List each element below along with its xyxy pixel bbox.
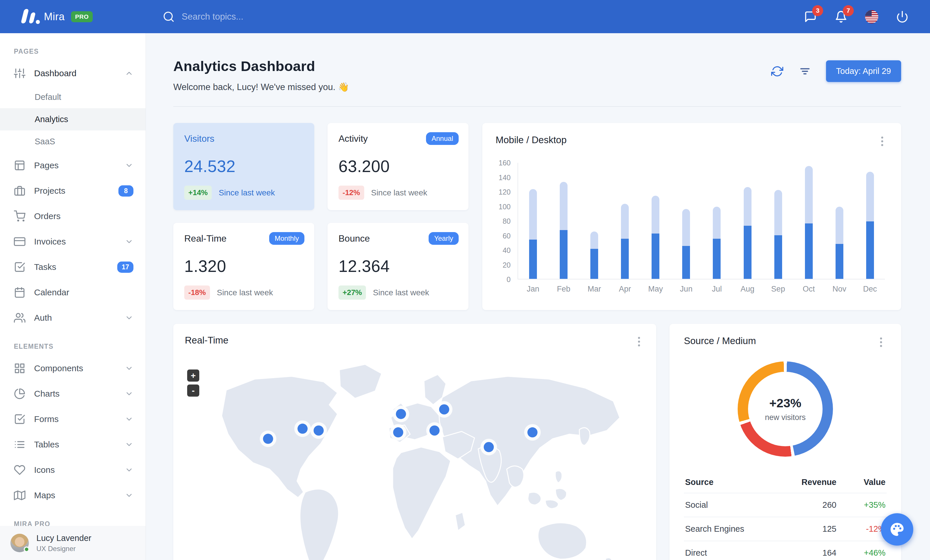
sidebar-item-label: Projects — [34, 186, 65, 196]
stat-card-caption: Since last week — [219, 188, 275, 198]
map-marker-istanbul[interactable] — [430, 425, 440, 436]
map-menu-button[interactable] — [633, 335, 645, 348]
map-marker-delhi[interactable] — [484, 442, 494, 452]
sidebar-item-analytics[interactable]: Analytics — [0, 108, 146, 130]
world-map-svg — [185, 353, 645, 560]
shopping-cart-icon — [14, 210, 25, 222]
power-icon — [896, 11, 908, 23]
bar-dec: Dec — [866, 163, 874, 279]
navbar-actions: 3 7 — [803, 9, 930, 24]
sidebar-user-footer[interactable]: Lucy Lavender UX Designer — [0, 526, 146, 560]
stat-card-footer: -18%Since last week — [184, 285, 303, 300]
chart-menu-button[interactable] — [876, 135, 888, 148]
sidebar-item-forms[interactable]: Forms — [0, 407, 146, 432]
sidebar-item-calendar[interactable]: Calendar — [0, 280, 146, 305]
mobile-segment — [621, 239, 629, 279]
map-marker-san-francisco[interactable] — [263, 434, 273, 444]
mobile-segment — [774, 235, 782, 279]
filter-button[interactable] — [798, 64, 811, 78]
x-tick-label: Aug — [741, 285, 754, 293]
sidebar-item-components[interactable]: Components — [0, 356, 146, 381]
stat-card-value: 63.200 — [339, 157, 457, 176]
stat-card-value: 12.364 — [339, 256, 457, 276]
continent-shape — [545, 500, 558, 509]
refresh-button[interactable] — [771, 64, 784, 78]
bar-jun: Jun — [682, 163, 690, 279]
map-marker-madrid[interactable] — [393, 427, 403, 437]
stat-card-delta: +27% — [339, 285, 366, 300]
desktop-segment — [682, 209, 690, 246]
credit-card-icon — [14, 236, 25, 247]
sidebar-item-label: Tables — [34, 440, 59, 450]
chevron-down-icon — [125, 440, 134, 449]
brand-name: Mira — [44, 11, 65, 23]
check-square-icon — [14, 261, 25, 273]
value-cell: -12% — [836, 524, 885, 534]
source-menu-button[interactable] — [875, 335, 887, 349]
global-search — [163, 11, 343, 23]
desktop-segment — [774, 190, 782, 235]
map-marker-london[interactable] — [396, 409, 406, 419]
map-marker-chicago[interactable] — [297, 424, 308, 434]
sidebar-item-icons[interactable]: Icons — [0, 457, 146, 483]
chart-title: Mobile / Desktop — [496, 135, 567, 146]
y-tick-label: 40 — [502, 246, 518, 255]
sidebar-item-projects[interactable]: Projects8 — [0, 178, 146, 204]
messages-button[interactable]: 3 — [803, 9, 818, 24]
column-header: Value — [836, 477, 885, 487]
y-tick-label: 160 — [499, 159, 518, 167]
map-zoom-out-button[interactable]: - — [187, 385, 199, 397]
bar-sep: Sep — [774, 163, 782, 279]
sidebar-item-label: Calendar — [34, 287, 69, 297]
world-map: + - — [185, 353, 645, 560]
sidebar-item-dashboard[interactable]: Dashboard — [0, 61, 146, 86]
revenue-cell: 260 — [776, 500, 836, 510]
map-zoom-in-button[interactable]: + — [187, 370, 199, 382]
x-tick-label: Sep — [771, 285, 785, 293]
map-marker-moscow[interactable] — [439, 404, 449, 414]
page-header: Analytics Dashboard Welcome back, Lucy! … — [173, 58, 901, 92]
pro-badge: PRO — [71, 11, 93, 22]
map-marker-new-york[interactable] — [314, 425, 324, 436]
sidebar-item-auth[interactable]: Auth — [0, 305, 146, 330]
stat-card-footer: +14%Since last week — [184, 186, 303, 200]
search-input[interactable] — [182, 12, 343, 22]
sidebar-item-tasks[interactable]: Tasks17 — [0, 254, 146, 280]
mobile-segment — [713, 239, 721, 279]
sidebar-item-label: Forms — [34, 414, 59, 424]
donut-chart: +23% new visitors — [738, 361, 833, 457]
y-tick-label: 60 — [502, 232, 518, 240]
map-marker-beijing[interactable] — [527, 427, 537, 437]
stat-card-period-badge: Annual — [426, 132, 459, 145]
sidebar-item-tables[interactable]: Tables — [0, 432, 146, 457]
stat-card-footer: +27%Since last week — [339, 285, 457, 300]
continent-shape — [556, 488, 567, 500]
sidebar-item-label: Maps — [34, 491, 55, 500]
sidebar-item-default[interactable]: Default — [0, 86, 146, 108]
sidebar-item-charts[interactable]: Charts — [0, 381, 146, 407]
map-title: Real-Time — [185, 335, 228, 346]
chevron-down-icon — [125, 161, 134, 170]
sidebar-item-saas[interactable]: SaaS — [0, 130, 146, 153]
sidebar-item-label: Dashboard — [34, 68, 77, 78]
x-tick-label: Jul — [712, 285, 722, 293]
bar-aug: Aug — [744, 163, 751, 279]
source-title: Source / Medium — [684, 335, 756, 347]
source-table-header: SourceRevenueValue — [684, 473, 887, 493]
stat-card-real-time: Real-TimeMonthly1.320-18%Since last week — [173, 223, 314, 310]
signout-button[interactable] — [895, 9, 910, 24]
brand[interactable]: Mira PRO — [0, 8, 146, 25]
sidebar-item-orders[interactable]: Orders — [0, 204, 146, 229]
sidebar-nav: PAGESDashboardDefaultAnalyticsSaaSPagesP… — [0, 33, 146, 526]
desktop-segment — [560, 182, 568, 230]
sidebar-item-invoices[interactable]: Invoices — [0, 229, 146, 254]
stat-card-caption: Since last week — [373, 288, 429, 297]
sidebar-item-pages[interactable]: Pages — [0, 153, 146, 178]
theme-settings-fab[interactable] — [881, 513, 913, 546]
today-button[interactable]: Today: April 29 — [826, 60, 901, 82]
language-button[interactable] — [864, 9, 879, 24]
sidebar-item-maps[interactable]: Maps — [0, 483, 146, 508]
notifications-button[interactable]: 7 — [833, 9, 848, 24]
check-square-icon — [14, 413, 25, 425]
sidebar-section-elements: ELEMENTS — [0, 330, 146, 356]
